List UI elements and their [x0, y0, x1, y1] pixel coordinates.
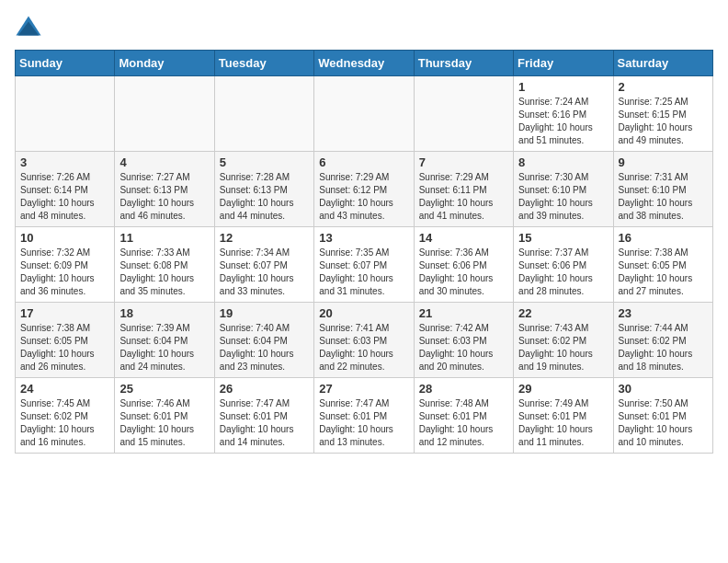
calendar-header-thursday: Thursday — [414, 51, 513, 76]
calendar-week-row: 3Sunrise: 7:26 AM Sunset: 6:14 PM Daylig… — [16, 152, 713, 227]
calendar-cell: 19Sunrise: 7:40 AM Sunset: 6:04 PM Dayli… — [214, 303, 313, 378]
calendar-cell: 11Sunrise: 7:33 AM Sunset: 6:08 PM Dayli… — [115, 227, 214, 303]
day-info: Sunrise: 7:42 AM Sunset: 6:03 PM Dayligh… — [419, 322, 508, 373]
calendar-header-saturday: Saturday — [613, 51, 712, 76]
calendar-week-row: 10Sunrise: 7:32 AM Sunset: 6:09 PM Dayli… — [16, 227, 713, 303]
day-number: 16 — [619, 231, 708, 245]
calendar-cell: 23Sunrise: 7:44 AM Sunset: 6:02 PM Dayli… — [613, 303, 712, 378]
calendar-table: SundayMondayTuesdayWednesdayThursdayFrid… — [15, 50, 713, 454]
day-number: 1 — [518, 80, 608, 94]
calendar-cell: 20Sunrise: 7:41 AM Sunset: 6:03 PM Dayli… — [314, 303, 414, 378]
day-number: 30 — [619, 382, 708, 396]
day-number: 27 — [319, 382, 408, 396]
calendar-cell: 12Sunrise: 7:34 AM Sunset: 6:07 PM Dayli… — [214, 227, 313, 303]
calendar-cell: 29Sunrise: 7:49 AM Sunset: 6:01 PM Dayli… — [514, 378, 613, 454]
day-info: Sunrise: 7:38 AM Sunset: 6:05 PM Dayligh… — [20, 322, 109, 373]
calendar-cell: 17Sunrise: 7:38 AM Sunset: 6:05 PM Dayli… — [16, 303, 115, 378]
day-info: Sunrise: 7:35 AM Sunset: 6:07 PM Dayligh… — [319, 247, 408, 298]
calendar-cell: 13Sunrise: 7:35 AM Sunset: 6:07 PM Dayli… — [314, 227, 414, 303]
day-info: Sunrise: 7:29 AM Sunset: 6:11 PM Dayligh… — [419, 171, 508, 223]
calendar-cell: 10Sunrise: 7:32 AM Sunset: 6:09 PM Dayli… — [16, 227, 115, 303]
day-number: 14 — [419, 231, 508, 245]
logo — [15, 15, 46, 42]
day-info: Sunrise: 7:30 AM Sunset: 6:10 PM Dayligh… — [518, 171, 608, 223]
calendar-cell — [414, 76, 513, 152]
day-number: 29 — [518, 382, 608, 396]
day-number: 17 — [20, 306, 109, 320]
calendar-cell: 6Sunrise: 7:29 AM Sunset: 6:12 PM Daylig… — [314, 152, 414, 227]
calendar-cell: 2Sunrise: 7:25 AM Sunset: 6:15 PM Daylig… — [613, 76, 712, 152]
day-number: 22 — [518, 306, 608, 320]
day-number: 6 — [319, 155, 408, 169]
calendar-cell: 1Sunrise: 7:24 AM Sunset: 6:16 PM Daylig… — [514, 76, 613, 152]
day-number: 24 — [20, 382, 109, 396]
calendar-header-sunday: Sunday — [16, 51, 115, 76]
calendar-week-row: 1Sunrise: 7:24 AM Sunset: 6:16 PM Daylig… — [16, 76, 713, 152]
day-number: 9 — [619, 155, 708, 169]
day-info: Sunrise: 7:28 AM Sunset: 6:13 PM Dayligh… — [220, 171, 309, 223]
calendar-cell: 25Sunrise: 7:46 AM Sunset: 6:01 PM Dayli… — [115, 378, 214, 454]
calendar-cell — [115, 76, 214, 152]
day-info: Sunrise: 7:49 AM Sunset: 6:01 PM Dayligh… — [518, 397, 608, 449]
day-info: Sunrise: 7:33 AM Sunset: 6:08 PM Dayligh… — [119, 247, 209, 298]
day-number: 19 — [220, 306, 309, 320]
calendar-cell: 28Sunrise: 7:48 AM Sunset: 6:01 PM Dayli… — [414, 378, 513, 454]
day-info: Sunrise: 7:25 AM Sunset: 6:15 PM Dayligh… — [619, 96, 708, 147]
day-info: Sunrise: 7:24 AM Sunset: 6:16 PM Dayligh… — [518, 96, 608, 147]
day-info: Sunrise: 7:34 AM Sunset: 6:07 PM Dayligh… — [220, 247, 309, 298]
calendar-cell: 30Sunrise: 7:50 AM Sunset: 6:01 PM Dayli… — [613, 378, 712, 454]
day-number: 8 — [518, 155, 608, 169]
day-info: Sunrise: 7:40 AM Sunset: 6:04 PM Dayligh… — [220, 322, 309, 373]
calendar-header-row: SundayMondayTuesdayWednesdayThursdayFrid… — [16, 51, 713, 76]
day-number: 2 — [619, 80, 708, 94]
day-number: 13 — [319, 231, 408, 245]
day-number: 26 — [220, 382, 309, 396]
day-info: Sunrise: 7:47 AM Sunset: 6:01 PM Dayligh… — [319, 397, 408, 449]
day-info: Sunrise: 7:43 AM Sunset: 6:02 PM Dayligh… — [518, 322, 608, 373]
logo-icon — [15, 15, 42, 42]
calendar-cell: 3Sunrise: 7:26 AM Sunset: 6:14 PM Daylig… — [16, 152, 115, 227]
calendar-cell: 24Sunrise: 7:45 AM Sunset: 6:02 PM Dayli… — [16, 378, 115, 454]
calendar-cell — [314, 76, 414, 152]
calendar-cell: 9Sunrise: 7:31 AM Sunset: 6:10 PM Daylig… — [613, 152, 712, 227]
day-info: Sunrise: 7:26 AM Sunset: 6:14 PM Dayligh… — [20, 171, 109, 223]
day-number: 3 — [20, 155, 109, 169]
calendar-header-tuesday: Tuesday — [214, 51, 313, 76]
day-info: Sunrise: 7:46 AM Sunset: 6:01 PM Dayligh… — [119, 397, 209, 449]
day-number: 12 — [220, 231, 309, 245]
day-number: 5 — [220, 155, 309, 169]
day-info: Sunrise: 7:29 AM Sunset: 6:12 PM Dayligh… — [319, 171, 408, 223]
calendar-cell: 21Sunrise: 7:42 AM Sunset: 6:03 PM Dayli… — [414, 303, 513, 378]
calendar-cell: 7Sunrise: 7:29 AM Sunset: 6:11 PM Daylig… — [414, 152, 513, 227]
day-info: Sunrise: 7:36 AM Sunset: 6:06 PM Dayligh… — [419, 247, 508, 298]
day-info: Sunrise: 7:47 AM Sunset: 6:01 PM Dayligh… — [220, 397, 309, 449]
calendar-cell: 4Sunrise: 7:27 AM Sunset: 6:13 PM Daylig… — [115, 152, 214, 227]
day-number: 18 — [119, 306, 209, 320]
day-info: Sunrise: 7:37 AM Sunset: 6:06 PM Dayligh… — [518, 247, 608, 298]
calendar-cell: 27Sunrise: 7:47 AM Sunset: 6:01 PM Dayli… — [314, 378, 414, 454]
day-info: Sunrise: 7:50 AM Sunset: 6:01 PM Dayligh… — [619, 397, 708, 449]
calendar-cell: 5Sunrise: 7:28 AM Sunset: 6:13 PM Daylig… — [214, 152, 313, 227]
day-number: 21 — [419, 306, 508, 320]
calendar-cell: 22Sunrise: 7:43 AM Sunset: 6:02 PM Dayli… — [514, 303, 613, 378]
day-number: 7 — [419, 155, 508, 169]
day-info: Sunrise: 7:31 AM Sunset: 6:10 PM Dayligh… — [619, 171, 708, 223]
calendar-cell: 8Sunrise: 7:30 AM Sunset: 6:10 PM Daylig… — [514, 152, 613, 227]
calendar-cell: 14Sunrise: 7:36 AM Sunset: 6:06 PM Dayli… — [414, 227, 513, 303]
day-info: Sunrise: 7:48 AM Sunset: 6:01 PM Dayligh… — [419, 397, 508, 449]
calendar-cell: 26Sunrise: 7:47 AM Sunset: 6:01 PM Dayli… — [214, 378, 313, 454]
day-number: 25 — [119, 382, 209, 396]
calendar-week-row: 24Sunrise: 7:45 AM Sunset: 6:02 PM Dayli… — [16, 378, 713, 454]
calendar-cell: 18Sunrise: 7:39 AM Sunset: 6:04 PM Dayli… — [115, 303, 214, 378]
page-header — [15, 15, 713, 42]
day-info: Sunrise: 7:38 AM Sunset: 6:05 PM Dayligh… — [619, 247, 708, 298]
calendar-week-row: 17Sunrise: 7:38 AM Sunset: 6:05 PM Dayli… — [16, 303, 713, 378]
day-number: 23 — [619, 306, 708, 320]
day-info: Sunrise: 7:27 AM Sunset: 6:13 PM Dayligh… — [119, 171, 209, 223]
day-number: 28 — [419, 382, 508, 396]
day-number: 15 — [518, 231, 608, 245]
day-info: Sunrise: 7:39 AM Sunset: 6:04 PM Dayligh… — [119, 322, 209, 373]
calendar-cell: 15Sunrise: 7:37 AM Sunset: 6:06 PM Dayli… — [514, 227, 613, 303]
calendar-header-monday: Monday — [115, 51, 214, 76]
calendar-cell — [16, 76, 115, 152]
